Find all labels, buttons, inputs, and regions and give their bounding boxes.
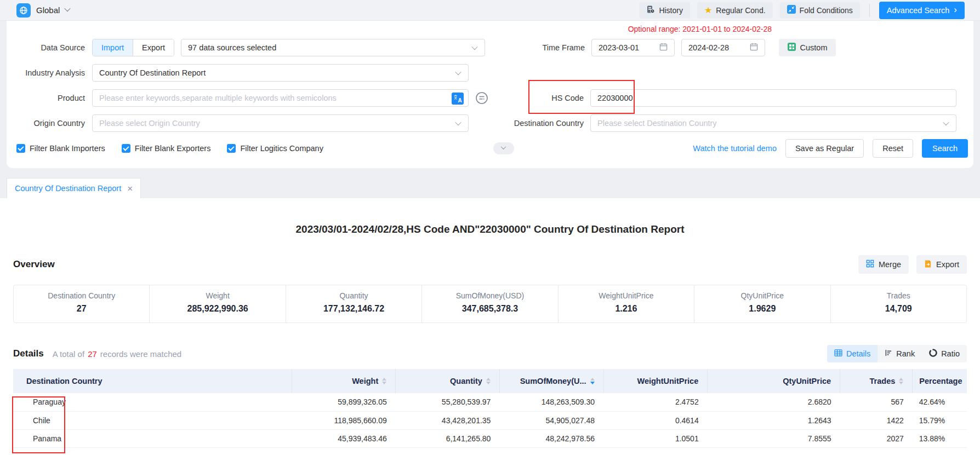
start-date-input[interactable]: 2023-03-01 (591, 39, 675, 56)
synonym-expand-icon[interactable] (475, 91, 488, 105)
cell-weight-unit-price: 0.4614 (603, 411, 708, 429)
details-title: Details (13, 348, 44, 359)
optional-range-hint: Optional range: 2021-01-01 to 2024-02-28 (628, 25, 772, 33)
cell-sum: 48,242,978.56 (499, 429, 603, 447)
collapse-conditions-button[interactable] (493, 142, 514, 154)
stat-sum-of-money: SumOfMoney(USD) 347,685,378.3 (421, 285, 557, 322)
translate-icon[interactable]: A (452, 93, 464, 106)
export-tab[interactable]: Export (133, 39, 174, 56)
hs-code-label: HS Code (502, 94, 584, 102)
svg-text:A: A (458, 97, 462, 103)
cell-weight: 45,939,483.46 (292, 429, 396, 447)
col-sum-of-money-sorted-desc[interactable]: SumOfMoney(U... (499, 369, 603, 393)
end-date-value: 2024-02-28 (688, 43, 729, 52)
custom-range-button[interactable]: Custom (779, 39, 836, 56)
export-icon (924, 260, 932, 270)
report-title: 2023/03/01-2024/02/28,HS Code AND"220300… (13, 223, 967, 235)
import-export-toggle: Import Export (92, 39, 174, 56)
stat-value: 177,132,146.72 (286, 304, 421, 314)
data-sources-select[interactable]: 97 data sources selected (181, 39, 485, 56)
filter-blank-exporters-checkbox[interactable]: Filter Blank Exporters (122, 144, 211, 153)
export-button[interactable]: Export (916, 255, 967, 274)
stat-label: Trades (831, 291, 966, 300)
data-sources-value: 97 data sources selected (188, 43, 276, 52)
cell-quantity: 55,280,539.97 (396, 393, 500, 411)
checkbox-checked-icon (16, 144, 25, 153)
stat-weight: Weight 285,922,990.36 (149, 285, 285, 322)
merge-button[interactable]: Merge (858, 255, 909, 274)
table-icon (834, 349, 842, 358)
match-prefix: A total of (53, 349, 84, 359)
stat-value: 27 (14, 304, 149, 314)
fold-conditions-button[interactable]: Fold Conditions (780, 2, 860, 19)
tab-country-of-destination-report[interactable]: Country Of Destination Report × (7, 178, 141, 198)
time-frame-label: Time Frame (503, 43, 585, 52)
col-percentage: Percentage (913, 369, 967, 393)
industry-analysis-select[interactable]: Country Of Destination Report (92, 64, 469, 82)
start-date-value: 2023-03-01 (599, 43, 639, 52)
cell-country: Paraguay (13, 393, 292, 411)
data-source-label: Data Source (7, 43, 85, 52)
globe-icon[interactable] (16, 3, 31, 18)
topbar: Global History ★ Regular Cond. Fold Cond… (0, 0, 980, 21)
chevron-down-icon[interactable] (65, 5, 71, 11)
history-button[interactable]: History (639, 2, 690, 19)
import-tab[interactable]: Import (93, 39, 133, 56)
sort-icon[interactable] (382, 378, 386, 384)
table-row: Paraguay 59,899,326.05 55,280,539.97 148… (13, 393, 967, 411)
stat-weight-unit-price: WeightUnitPrice 1.216 (558, 285, 694, 322)
sort-icon[interactable] (486, 378, 491, 384)
cell-percentage: 42.64% (913, 393, 967, 411)
calendar-icon (659, 43, 668, 53)
filter-blank-importers-checkbox[interactable]: Filter Blank Importers (16, 144, 105, 153)
chevron-down-icon (455, 69, 461, 75)
stat-value: 1.9629 (694, 304, 830, 314)
stat-value: 285,922,990.36 (150, 304, 285, 314)
sort-desc-active-icon[interactable] (590, 378, 595, 384)
view-ratio-label: Ratio (941, 349, 960, 358)
overview-stats-bar: Destination Country 27 Weight 285,922,99… (13, 285, 967, 323)
col-quantity-sortable[interactable]: Quantity (396, 369, 500, 393)
details-table: Destination Country Weight Quantity SumO… (13, 369, 967, 448)
stat-qty-unit-price: QtyUnitPrice 1.9629 (694, 285, 830, 322)
cell-quantity: 43,428,201.35 (396, 411, 500, 429)
view-rank-button[interactable]: Rank (878, 345, 922, 362)
search-button[interactable]: Search (922, 139, 968, 158)
tutorial-demo-link[interactable]: Watch the tutorial demo (693, 144, 777, 153)
col-weight-sortable[interactable]: Weight (292, 369, 396, 393)
export-label: Export (936, 260, 959, 269)
view-ratio-button[interactable]: Ratio (922, 345, 967, 362)
hs-code-input[interactable] (591, 90, 956, 106)
end-date-input[interactable]: 2024-02-28 (681, 39, 765, 56)
stat-label: SumOfMoney(USD) (422, 291, 557, 300)
origin-country-select[interactable]: Please select Origin Country (92, 114, 469, 132)
destination-country-label: Destination Country (502, 119, 584, 128)
stat-value: 14,709 (831, 304, 966, 314)
region-selector-label[interactable]: Global (36, 5, 60, 15)
stat-label: QtyUnitPrice (694, 291, 830, 300)
save-as-regular-button[interactable]: Save as Regular (785, 139, 864, 158)
cell-weight: 59,899,326.05 (292, 393, 396, 411)
tab-label: Country Of Destination Report (15, 184, 121, 193)
advanced-search-button[interactable]: Advanced Search › (879, 2, 965, 19)
view-details-button[interactable]: Details (827, 345, 878, 362)
history-label: History (659, 6, 683, 15)
hs-code-input-box (590, 89, 956, 107)
table-header-row: Destination Country Weight Quantity SumO… (13, 369, 967, 393)
cell-percentage: 13.88% (913, 429, 967, 447)
stat-label: Weight (150, 291, 285, 300)
industry-analysis-label: Industry Analysis (7, 68, 85, 77)
col-trades-sortable[interactable]: Trades (840, 369, 913, 393)
filter-logitics-company-checkbox[interactable]: Filter Logitics Company (227, 144, 323, 153)
destination-country-select[interactable]: Please select Destination Country (590, 114, 956, 132)
overview-header: Overview Merge Export (13, 255, 967, 274)
donut-chart-icon (929, 349, 937, 359)
star-icon: ★ (704, 6, 712, 15)
product-input[interactable] (93, 90, 468, 106)
custom-label: Custom (800, 43, 828, 52)
cell-country: Panama (13, 429, 292, 447)
reset-button[interactable]: Reset (873, 139, 913, 158)
sort-icon[interactable] (899, 378, 903, 384)
close-icon[interactable]: × (127, 184, 133, 193)
regular-cond-button[interactable]: ★ Regular Cond. (697, 2, 773, 19)
